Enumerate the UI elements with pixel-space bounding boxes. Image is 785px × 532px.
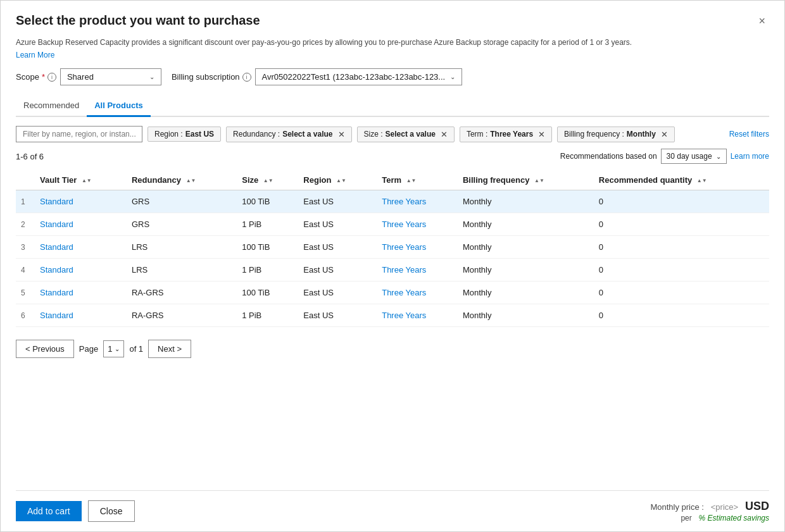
filter-close-billing-freq[interactable]: ✕ [661, 130, 668, 139]
cell-vault-tier: Standard [35, 281, 127, 304]
sort-vault-tier-icon[interactable]: ▲▼ [82, 178, 92, 183]
rec-label: Recommendations based on [560, 152, 657, 161]
billing-subscription-dropdown[interactable]: Avr05022022Test1 (123abc-123abc-123abc-1… [255, 68, 463, 85]
cell-vault-tier: Standard [35, 213, 127, 236]
cell-vault-tier: Standard [35, 236, 127, 259]
filter-label-region: Region : [154, 130, 183, 139]
results-row: 1-6 of 6 Recommendations based on 30 day… [16, 149, 769, 164]
cell-size: 100 TiB [237, 190, 298, 213]
results-count: 1-6 of 6 [16, 152, 44, 161]
chevron-down-icon: ⌄ [450, 73, 455, 80]
col-vault-tier: Vault Tier ▲▼ [35, 170, 127, 190]
page-select[interactable]: 1 ⌄ [103, 340, 124, 357]
previous-button[interactable]: < Previous [16, 340, 74, 358]
search-input[interactable] [16, 126, 142, 142]
cell-region: East US [298, 259, 377, 281]
cell-region: East US [298, 190, 377, 213]
filter-tag-billing-freq[interactable]: Billing frequency : Monthly ✕ [557, 127, 675, 142]
cell-size: 100 TiB [237, 281, 298, 304]
sort-region-icon[interactable]: ▲▼ [336, 178, 346, 183]
tab-recommended[interactable]: Recommended [16, 96, 87, 117]
table-row[interactable]: 2 Standard GRS 1 PiB East US Three Years… [16, 213, 769, 236]
col-redundancy: Redundancy ▲▼ [127, 170, 237, 190]
cell-recommended-quantity: 0 [594, 190, 769, 213]
cell-recommended-quantity: 0 [594, 259, 769, 281]
row-num: 4 [16, 259, 35, 281]
cell-term: Three Years [377, 304, 458, 327]
filter-close-term[interactable]: ✕ [538, 130, 545, 139]
dialog-title: Select the product you want to purchase [16, 13, 260, 28]
products-table: Vault Tier ▲▼ Redundancy ▲▼ Size ▲▼ Regi… [16, 170, 769, 327]
filter-label-billing-freq: Billing frequency : [564, 130, 624, 139]
cell-region: East US [298, 236, 377, 259]
rec-learn-more-link[interactable]: Learn more [731, 152, 769, 161]
sort-billing-frequency-icon[interactable]: ▲▼ [534, 178, 544, 183]
reset-filters-link[interactable]: Reset filters [729, 130, 769, 139]
dialog: Select the product you want to purchase … [0, 0, 785, 532]
col-recommended-quantity: Recommended quantity ▲▼ [594, 170, 769, 190]
cell-term: Three Years [377, 259, 458, 281]
billing-subscription-info-icon[interactable]: i [242, 73, 251, 82]
cell-vault-tier: Standard [35, 304, 127, 327]
monthly-price-label: Monthly price : [650, 502, 704, 512]
table-row[interactable]: 1 Standard GRS 100 TiB East US Three Yea… [16, 190, 769, 213]
description-text: Azure Backup Reserved Capacity provides … [16, 37, 769, 48]
learn-more-link[interactable]: Learn More [16, 51, 769, 59]
tab-all-products[interactable]: All Products [87, 96, 151, 117]
cell-redundancy: GRS [127, 213, 237, 236]
filter-tag-redundancy[interactable]: Redundancy : Select a value ✕ [226, 127, 351, 142]
rec-period-dropdown[interactable]: 30 day usage ⌄ [661, 149, 727, 164]
sort-recommended-quantity-icon[interactable]: ▲▼ [697, 178, 707, 183]
scope-dropdown[interactable]: Shared ⌄ [60, 68, 161, 85]
cell-term: Three Years [377, 281, 458, 304]
cell-billing-frequency: Monthly [458, 213, 594, 236]
filter-close-size[interactable]: ✕ [441, 130, 448, 139]
cell-region: East US [298, 213, 377, 236]
row-num: 6 [16, 304, 35, 327]
add-to-cart-button[interactable]: Add to cart [16, 501, 82, 521]
tabs: Recommended All Products [16, 96, 769, 117]
cell-billing-frequency: Monthly [458, 190, 594, 213]
scope-info-icon[interactable]: i [47, 73, 56, 82]
filter-tag-size[interactable]: Size : Select a value ✕ [357, 127, 455, 142]
savings-row: per % Estimated savings [650, 513, 769, 523]
cell-billing-frequency: Monthly [458, 304, 594, 327]
filter-tag-term[interactable]: Term : Three Years ✕ [460, 127, 552, 142]
table-row[interactable]: 5 Standard RA-GRS 100 TiB East US Three … [16, 281, 769, 304]
table-header-row: Vault Tier ▲▼ Redundancy ▲▼ Size ▲▼ Regi… [16, 170, 769, 190]
scope-field: Scope * i Shared ⌄ [16, 68, 161, 85]
billing-subscription-field: Billing subscription i Avr05022022Test1 … [172, 68, 462, 85]
cell-billing-frequency: Monthly [458, 236, 594, 259]
table-row[interactable]: 3 Standard LRS 100 TiB East US Three Yea… [16, 236, 769, 259]
filters-row: Region : East US Redundancy : Select a v… [16, 126, 769, 142]
filter-label-term: Term : [467, 130, 487, 139]
filter-tag-region[interactable]: Region : East US [148, 127, 221, 142]
filter-close-redundancy[interactable]: ✕ [338, 130, 345, 139]
table-row[interactable]: 6 Standard RA-GRS 1 PiB East US Three Ye… [16, 304, 769, 327]
billing-subscription-label: Billing subscription i [172, 72, 251, 82]
sort-size-icon[interactable]: ▲▼ [263, 178, 273, 183]
col-size: Size ▲▼ [237, 170, 298, 190]
table-row[interactable]: 4 Standard LRS 1 PiB East US Three Years… [16, 259, 769, 281]
close-icon[interactable]: × [755, 13, 769, 29]
footer: Add to cart Close Monthly price : <price… [16, 490, 769, 531]
next-button[interactable]: Next > [148, 340, 191, 358]
col-region: Region ▲▼ [298, 170, 377, 190]
dialog-header: Select the product you want to purchase … [16, 13, 769, 29]
sort-term-icon[interactable]: ▲▼ [406, 178, 417, 183]
scope-label: Scope * i [16, 72, 56, 82]
required-indicator: * [42, 72, 45, 82]
row-num: 3 [16, 236, 35, 259]
col-term: Term ▲▼ [377, 170, 458, 190]
row-num: 1 [16, 190, 35, 213]
cell-redundancy: LRS [127, 236, 237, 259]
per-label: per [681, 514, 691, 523]
close-button[interactable]: Close [88, 500, 135, 522]
cell-redundancy: RA-GRS [127, 281, 237, 304]
cell-redundancy: RA-GRS [127, 304, 237, 327]
footer-actions: Add to cart Close [16, 500, 135, 522]
scope-row: Scope * i Shared ⌄ Billing subscription … [16, 68, 769, 85]
sort-redundancy-icon[interactable]: ▲▼ [186, 178, 196, 183]
cell-region: East US [298, 281, 377, 304]
estimated-savings-label: % Estimated savings [699, 514, 769, 523]
